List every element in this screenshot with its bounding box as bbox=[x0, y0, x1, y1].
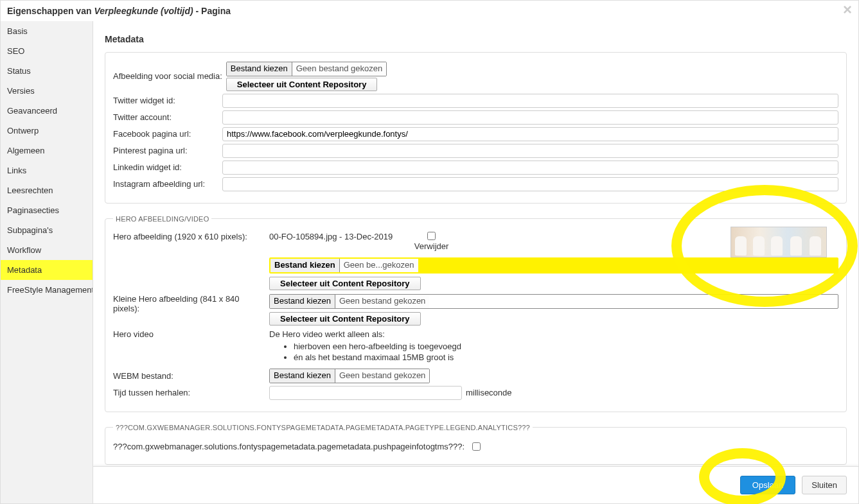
legend-analytics: ???COM.GXWEBMANAGER.SOLUTIONS.FONTYSPAGE… bbox=[113, 424, 533, 431]
hero-video-note-1: hierboven een hero-afbeelding is toegevo… bbox=[294, 342, 838, 351]
fieldset-analytics: ???COM.GXWEBMANAGER.SOLUTIONS.FONTYSPAGE… bbox=[105, 424, 847, 465]
sidebar-tab-links[interactable]: Links bbox=[1, 161, 93, 180]
sidebar-tab-versies[interactable]: Versies bbox=[1, 81, 93, 101]
label-pinterest-url: Pinterest pagina url: bbox=[113, 146, 222, 155]
label-kleine-hero: Kleine Hero afbeelding (841 x 840 pixels… bbox=[113, 294, 269, 313]
tijd-input[interactable] bbox=[269, 386, 462, 400]
sidebar-tab-basis[interactable]: Basis bbox=[1, 21, 93, 41]
pushpage-checkbox[interactable] bbox=[472, 442, 481, 451]
label-twitter-widget: Twitter widget id: bbox=[113, 96, 222, 105]
sidebar-tab-paginasecties[interactable]: Paginasecties bbox=[1, 200, 93, 220]
header-suffix: - Pagina bbox=[193, 6, 231, 16]
webm-file-label: Geen bestand gekozen bbox=[335, 369, 429, 383]
twitter-widget-input[interactable] bbox=[222, 94, 838, 108]
label-instagram-url: Instagram afbeelding url: bbox=[113, 179, 222, 189]
label-facebook-url: Facebook pagina url: bbox=[113, 129, 222, 139]
hero-video-note: De Hero video werkt alleen als: bbox=[269, 329, 385, 339]
sidebar-tab-seo[interactable]: SEO bbox=[1, 41, 93, 61]
label-pushpage: ???com.gxwebmanager.solutions.fontyspage… bbox=[113, 442, 465, 451]
instagram-url-input[interactable] bbox=[222, 177, 838, 191]
fieldset-hero: HERO AFBEELDING/VIDEO bbox=[105, 215, 847, 412]
facebook-url-input[interactable] bbox=[222, 127, 838, 141]
hero-remove-label: Verwijder bbox=[414, 241, 448, 251]
tijd-unit: milliseconde bbox=[466, 388, 512, 397]
fieldset-social: Afbeelding voor social media: Bestand ki… bbox=[105, 52, 847, 204]
sidebar-tab-workflow[interactable]: Workflow bbox=[1, 240, 93, 260]
webm-choose-button[interactable]: Bestand kiezen bbox=[270, 369, 335, 383]
social-image-repo-button[interactable]: Selecteer uit Content Repository bbox=[226, 78, 378, 91]
hero-repo-button[interactable]: Selecteer uit Content Repository bbox=[269, 277, 421, 290]
sidebar-tab-geavanceerd[interactable]: Geavanceerd bbox=[1, 101, 93, 121]
sidebar-tab-status[interactable]: Status bbox=[1, 61, 93, 81]
sidebar-tab-algemeen[interactable]: Algemeen bbox=[1, 141, 93, 161]
sidebar: Basis SEO Status Versies Geavanceerd Ont… bbox=[1, 21, 93, 503]
hero-current-file: 00-FO-105894.jpg - 13-Dec-2019 bbox=[269, 232, 393, 241]
save-button[interactable]: Opslaan bbox=[740, 476, 795, 494]
kleine-hero-choose-button[interactable]: Bestand kiezen bbox=[270, 295, 335, 308]
sidebar-tab-subpaginas[interactable]: Subpagina's bbox=[1, 220, 93, 240]
close-icon[interactable]: × bbox=[843, 2, 852, 17]
content-scroll[interactable]: Metadata Afbeelding voor social media: B… bbox=[93, 21, 858, 466]
label-twitter-account: Twitter account: bbox=[113, 112, 222, 122]
pinterest-url-input[interactable] bbox=[222, 144, 838, 158]
hero-file-label: Geen be...gekozen bbox=[340, 259, 418, 272]
label-social-image: Afbeelding voor social media: bbox=[113, 71, 226, 81]
sidebar-tab-metadata[interactable]: Metadata bbox=[1, 260, 93, 280]
page-title: Metadata bbox=[105, 34, 847, 44]
kleine-hero-file-label: Geen bestand gekozen bbox=[335, 295, 429, 308]
sidebar-tab-leesrechten[interactable]: Leesrechten bbox=[1, 180, 93, 200]
label-webm: WEBM bestand: bbox=[113, 371, 269, 381]
sidebar-tab-freestyle[interactable]: FreeStyle Management bbox=[1, 280, 93, 300]
label-hero-afbeelding: Hero afbeelding (1920 x 610 pixels): bbox=[113, 232, 269, 241]
dialog-footer: Opslaan Sluiten bbox=[93, 466, 858, 503]
label-hero-video: Hero video bbox=[113, 329, 269, 339]
sidebar-tab-ontwerp[interactable]: Ontwerp bbox=[1, 121, 93, 141]
linkedin-widget-input[interactable] bbox=[222, 161, 838, 175]
twitter-account-input[interactable] bbox=[222, 110, 838, 125]
label-linkedin-widget: Linkedin widget id: bbox=[113, 162, 222, 172]
hero-choose-button[interactable]: Bestand kiezen bbox=[270, 259, 340, 272]
hero-thumbnail bbox=[731, 227, 827, 257]
kleine-hero-repo-button[interactable]: Selecteer uit Content Repository bbox=[269, 312, 421, 326]
hero-video-note-2: én als het bestand maximaal 15MB groot i… bbox=[294, 352, 838, 362]
header-title: Verpleegkunde (voltijd) bbox=[94, 6, 193, 16]
label-tijd: Tijd tussen herhalen: bbox=[113, 388, 269, 397]
legend-hero: HERO AFBEELDING/VIDEO bbox=[113, 215, 211, 223]
dialog-header: Eigenschappen van Verpleegkunde (voltijd… bbox=[1, 1, 858, 21]
social-image-choose-button[interactable]: Bestand kiezen bbox=[227, 62, 292, 76]
header-prefix: Eigenschappen van bbox=[7, 6, 94, 16]
social-image-file-label: Geen bestand gekozen bbox=[292, 62, 386, 76]
hero-remove-checkbox[interactable] bbox=[427, 232, 436, 240]
close-button[interactable]: Sluiten bbox=[802, 476, 847, 494]
